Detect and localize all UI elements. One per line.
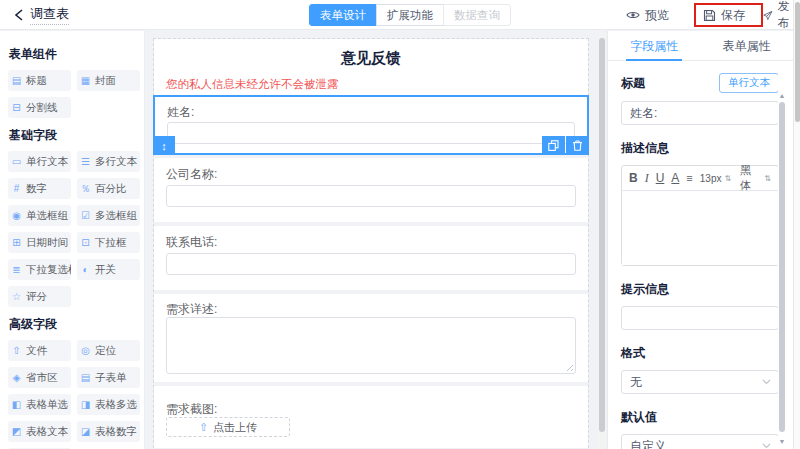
description-rich-editor: B I U A ≡ 13px⇅ 黑体⇅ [621,165,779,266]
form-header-block[interactable]: 意见反馈 您的私人信息未经允许不会被泄露 [154,39,588,96]
font-family-select[interactable]: 黑体 [740,163,761,193]
canvas-scrollbar-thumb[interactable] [599,38,605,432]
sidebar-item-table-number[interactable]: ◪表格数字 [77,421,140,442]
radio-icon: ◉ [11,210,22,221]
save-icon [703,9,716,22]
sidebar-item-region[interactable]: ◈省市区 [8,367,71,388]
tab-data-query[interactable]: 数据查询 [443,4,511,26]
sidebar-item-table-radio[interactable]: ◧表格单选 [8,394,71,415]
scroll-down-arrow-icon[interactable]: ▼ [778,438,786,445]
sidebar-item-switch[interactable]: ◐开关 [77,259,140,280]
sidebar-item-location[interactable]: ◎定位 [77,340,140,361]
field-block-name-selected[interactable]: 姓名: ↕ [153,95,589,155]
sidebar-item-title[interactable]: ▤标题 [8,70,71,91]
tab-extensions[interactable]: 扩展功能 [376,4,444,26]
form-title: 意见反馈 [154,39,588,68]
format-select[interactable]: 无 [621,370,779,394]
field-type-badge: 单行文本 [719,73,779,93]
form-preview-panel: 意见反馈 您的私人信息未经允许不会被泄露 姓名: ↕ 公司名称: [153,38,589,449]
title-value-input[interactable] [621,101,779,125]
table-checkbox-icon: ◨ [80,399,91,410]
page-scrollbar[interactable] [793,0,800,449]
page-title: 调查表 [30,5,69,25]
sidebar-item-table-checkbox[interactable]: ◨表格多选 [77,394,140,415]
preview-button[interactable]: 预览 [626,0,669,30]
field-block-company[interactable]: 公司名称: [154,158,588,222]
italic-button[interactable]: I [645,171,649,186]
back-button[interactable]: 调查表 [14,0,69,30]
field-block-screenshot[interactable]: 需求截图: ⇧ 点击上传 [154,386,588,448]
section-form-components: ▤标题 ▦封面 ⊟分割线 [8,70,144,118]
canvas-scrollbar[interactable] [598,31,606,449]
copy-field-button[interactable] [542,136,565,155]
sidebar-item-radio-group[interactable]: ◉单选框组 [8,205,71,226]
field-block-phone[interactable]: 联系电话: [154,226,588,290]
sidebar-item-single-line-text[interactable]: ▭单行文本 [8,151,71,172]
resize-grip-icon[interactable] [564,362,573,371]
sidebar-item-divider[interactable]: ⊟分割线 [8,97,71,118]
document-icon: ▤ [11,75,22,86]
bold-button[interactable]: B [629,171,638,185]
upload-button[interactable]: ⇧ 点击上传 [166,417,290,437]
sidebar-item-multi-select[interactable]: ≣下拉复选框 [8,259,71,280]
company-input[interactable] [166,185,576,207]
sidebar-item-multi-line-text[interactable]: ☰多行文本 [77,151,140,172]
field-label: 联系电话: [166,234,217,251]
field-label: 姓名: [167,104,194,121]
region-icon: ◈ [11,372,22,383]
name-input[interactable] [167,122,575,144]
sidebar-item-percent[interactable]: ％百分比 [77,178,140,199]
field-label: 需求详述: [166,301,217,318]
scroll-up-arrow-icon[interactable]: ▲ [778,92,786,99]
requirements-textarea[interactable] [166,317,576,374]
delete-field-button[interactable] [566,136,589,155]
properties-scrollbar-thumb[interactable] [779,102,785,432]
chevron-down-icon [762,443,771,449]
hint-input[interactable] [621,306,779,330]
field-block-requirements[interactable]: 需求详述: [154,294,588,382]
drag-handle[interactable]: ↕ [153,136,175,155]
field-label: 公司名称: [166,166,217,183]
top-bar: 调查表 表单设计 扩展功能 数据查询 预览 保存 发布 [0,0,800,30]
properties-scrollbar[interactable]: ▲ ▼ [778,62,786,449]
font-color-button[interactable]: A [671,171,679,185]
editor-toolbar: B I U A ≡ 13px⇅ 黑体⇅ [622,166,778,191]
single-line-text-icon: ▭ [11,156,22,167]
table-number-icon: ◪ [80,426,91,437]
section-title-advanced-fields: 高级字段 [9,316,144,333]
section-title-form-components: 表单组件 [9,46,144,63]
default-value: 自定义 [630,439,666,449]
sidebar-item-subform[interactable]: ▤子表单 [77,367,140,388]
phone-input[interactable] [166,253,576,275]
move-icon: ↕ [161,140,167,152]
tab-form-design[interactable]: 表单设计 [309,4,377,26]
multi-select-icon: ≣ [11,264,22,275]
field-actions [542,136,589,155]
underline-button[interactable]: U [656,171,665,185]
privacy-note: 您的私人信息未经允许不会被泄露 [166,77,588,92]
font-size-select[interactable]: 13px [700,173,722,184]
sidebar-item-cover[interactable]: ▦封面 [77,70,140,91]
hint-property-label: 提示信息 [621,281,779,298]
table-radio-icon: ◧ [11,399,22,410]
sidebar-item-file[interactable]: ⇧文件 [8,340,71,361]
sidebar-item-checkbox-group[interactable]: ☑多选框组 [77,205,140,226]
description-editor-body[interactable] [622,191,778,265]
field-label: 需求截图: [166,401,217,418]
sidebar-item-number[interactable]: #数字 [8,178,71,199]
format-property-label: 格式 [621,345,779,362]
sidebar-item-table-text[interactable]: ◩表格文本 [8,421,71,442]
sidebar-item-rating[interactable]: ☆评分 [8,286,71,307]
default-value-select[interactable]: 自定义 [621,434,779,449]
star-icon: ☆ [11,291,22,302]
save-button[interactable]: 保存 [703,0,745,30]
description-property-label: 描述信息 [621,140,779,157]
sidebar-item-datetime[interactable]: ⊞日期时间 [8,232,71,253]
align-button[interactable]: ≡ [686,172,692,184]
stepper-arrows-icon: ⇅ [764,174,771,183]
tab-field-properties[interactable]: 字段属性 [608,31,701,60]
sidebar-item-select[interactable]: ⊡下拉框 [77,232,140,253]
calendar-icon: ⊞ [11,237,22,248]
tab-form-properties[interactable]: 表单属性 [701,31,794,60]
page-scrollbar-thumb[interactable] [795,2,800,122]
